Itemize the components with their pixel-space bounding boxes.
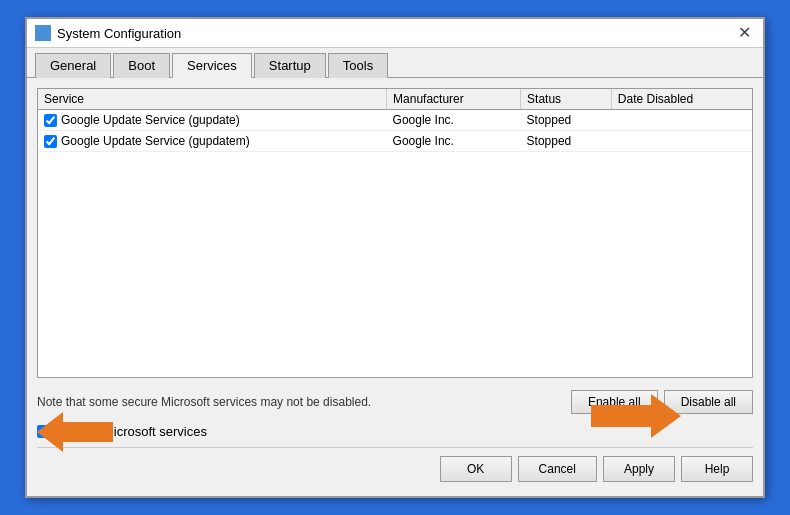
content-area: PCL Service Manufacturer Status Date Dis… xyxy=(27,78,763,496)
ok-button[interactable]: OK xyxy=(440,456,512,482)
hide-ms-row: Hide all Microsoft services xyxy=(37,424,753,439)
title-bar: System Configuration ✕ xyxy=(27,19,763,48)
tab-general[interactable]: General xyxy=(35,53,111,78)
apply-button[interactable]: Apply xyxy=(603,456,675,482)
col-date-disabled: Date Disabled xyxy=(611,89,752,110)
bottom-section: Note that some secure Microsoft services… xyxy=(37,386,753,486)
note-bar: Note that some secure Microsoft services… xyxy=(37,386,753,418)
svg-rect-1 xyxy=(44,27,49,32)
tab-startup[interactable]: Startup xyxy=(254,53,326,78)
hide-ms-checkbox[interactable] xyxy=(37,425,50,438)
tab-tools[interactable]: Tools xyxy=(328,53,388,78)
col-status: Status xyxy=(521,89,612,110)
col-manufacturer: Manufacturer xyxy=(387,89,521,110)
row1-status: Stopped xyxy=(521,110,612,131)
table-row[interactable]: Google Update Service (gupdatem) Google … xyxy=(38,131,752,152)
note-text: Note that some secure Microsoft services… xyxy=(37,395,371,409)
service-table: Service Manufacturer Status Date Disable… xyxy=(38,89,752,152)
row2-service: Google Update Service (gupdatem) xyxy=(61,134,250,148)
action-buttons: Enable all Disable all xyxy=(571,390,753,414)
cancel-button[interactable]: Cancel xyxy=(518,456,597,482)
row2-checkbox[interactable] xyxy=(44,135,57,148)
tab-services[interactable]: Services xyxy=(172,53,252,78)
system-config-window: System Configuration ✕ General Boot Serv… xyxy=(25,17,765,498)
close-button[interactable]: ✕ xyxy=(734,25,755,41)
svg-rect-0 xyxy=(37,27,42,32)
row2-manufacturer: Google Inc. xyxy=(387,131,521,152)
col-service: Service xyxy=(38,89,387,110)
tab-bar: General Boot Services Startup Tools xyxy=(27,48,763,78)
row1-date xyxy=(611,110,752,131)
disable-all-button[interactable]: Disable all xyxy=(664,390,753,414)
app-icon xyxy=(35,25,51,41)
row1-checkbox[interactable] xyxy=(44,114,57,127)
tab-boot[interactable]: Boot xyxy=(113,53,170,78)
table-row[interactable]: Google Update Service (gupdate) Google I… xyxy=(38,110,752,131)
row1-manufacturer: Google Inc. xyxy=(387,110,521,131)
row2-status: Stopped xyxy=(521,131,612,152)
row2-date xyxy=(611,131,752,152)
window-title: System Configuration xyxy=(57,26,181,41)
help-button[interactable]: Help xyxy=(681,456,753,482)
svg-rect-3 xyxy=(44,34,49,39)
title-bar-left: System Configuration xyxy=(35,25,181,41)
row1-service: Google Update Service (gupdate) xyxy=(61,113,240,127)
button-bar: OK Cancel Apply Help xyxy=(37,447,753,486)
svg-rect-2 xyxy=(37,34,42,39)
service-table-container: Service Manufacturer Status Date Disable… xyxy=(37,88,753,378)
enable-all-button[interactable]: Enable all xyxy=(571,390,658,414)
hide-ms-label: Hide all Microsoft services xyxy=(56,424,207,439)
